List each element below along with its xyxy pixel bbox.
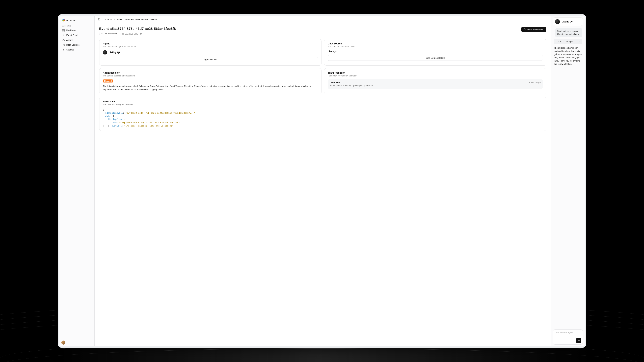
breadcrumb-parent[interactable]: Events: [105, 18, 112, 20]
team-feedback-card: Team feedback Feedback provided by the t…: [324, 68, 546, 94]
agent-avatar: [103, 50, 107, 54]
chat-agent-avatar: [555, 19, 560, 24]
card-title: Team feedback: [328, 72, 543, 74]
data-source-card: Data Source The data source for the even…: [324, 39, 546, 66]
chat-agent-message: The guidelines have been updated to refl…: [553, 46, 583, 66]
card-title: Agent decision: [103, 72, 318, 74]
card-title: Event data: [103, 100, 543, 103]
app-shell: Acme Inc Application Dashboard Event Fee…: [58, 14, 586, 348]
json-string: "b7f8e9d2-3c4a-4f8b-9a2b-1e2f3d4c5b6a-9k…: [126, 112, 195, 114]
mark-as-reviewed-button[interactable]: Mark as reviewed: [522, 27, 546, 32]
activity-icon: [62, 34, 65, 36]
feedback-author: John Doe: [330, 81, 340, 84]
chat-title: Listing QA: [562, 20, 574, 23]
card-title: Agent: [103, 42, 318, 45]
sidebar-item-label: Settings: [66, 48, 74, 51]
page-title: Event a5aa5734-876e-43d7-ac28-563c43fee5…: [99, 27, 176, 31]
agent-card: Agent The moderation agent for this even…: [99, 39, 322, 66]
svg-point-7: [62, 44, 63, 45]
card-subtitle: The data source for the event: [328, 46, 543, 48]
chevron-down-icon: [77, 19, 79, 21]
send-icon: [578, 339, 580, 342]
svg-point-6: [64, 40, 64, 40]
breadcrumb-current: a5aa5734-876e-43d7-ac28-563c43fee5f8: [117, 18, 157, 20]
pill-label: Fast processed: [104, 33, 117, 35]
data-source-name: Listings: [328, 50, 543, 53]
sidebar-item-dashboard[interactable]: Dashboard: [61, 28, 93, 33]
content: Event a5aa5734-876e-43d7-ac28-563c43fee5…: [94, 23, 551, 346]
zap-icon: [101, 33, 103, 35]
chat-user-message: Study guides are okay. Update your guide…: [555, 28, 582, 37]
send-button[interactable]: [576, 338, 581, 343]
card-subtitle: Feedback provided by the team: [328, 74, 543, 77]
share-icon: [62, 44, 65, 46]
svg-point-8: [64, 44, 64, 45]
json-key: data: [105, 115, 110, 117]
agent-details-button[interactable]: Agent Details: [103, 57, 318, 62]
card-title: Data Source: [328, 42, 543, 45]
sidebar-item-settings[interactable]: Settings: [61, 47, 93, 52]
svg-rect-2: [62, 30, 63, 31]
bot-icon: [62, 39, 65, 41]
card-subtitle: The data that the agent reviewed: [103, 103, 543, 106]
json-key: idempotencyKey: [105, 112, 123, 114]
svg-point-5: [63, 40, 64, 40]
svg-rect-1: [64, 29, 64, 30]
sidebar-item-label: Dashboard: [66, 29, 77, 32]
topbar: Events › a5aa5734-876e-43d7-ac28-563c43f…: [94, 16, 551, 23]
svg-rect-11: [98, 18, 100, 20]
svg-rect-0: [62, 29, 63, 30]
json-string: "Comprehensive Study Guide for Advanced …: [119, 122, 180, 124]
chat-panel: Listing QA Study guides are okay. Update…: [551, 16, 585, 346]
json-key: title: [110, 122, 117, 124]
sidebar-section-label: Application: [61, 22, 93, 28]
sidebar-item-label: Agents: [66, 39, 73, 41]
json-key: subtitle: [112, 124, 122, 127]
grid-icon: [62, 29, 65, 32]
page-header: Event a5aa5734-876e-43d7-ac28-563c43fee5…: [99, 27, 546, 36]
gear-icon: [62, 48, 65, 51]
card-subtitle: The agents decision and reasoning: [103, 74, 318, 77]
svg-rect-4: [62, 40, 64, 41]
button-label: Mark as reviewed: [527, 28, 544, 31]
org-switcher[interactable]: Acme Inc: [61, 18, 93, 22]
fast-processed-pill: Fast processed: [99, 32, 118, 36]
svg-rect-3: [64, 30, 64, 31]
sidebar-item-agents[interactable]: Agents: [61, 38, 93, 42]
feedback-item: John Doe 1 minute ago Study guides are o…: [328, 79, 543, 89]
panel-toggle-icon[interactable]: [98, 18, 100, 20]
card-subtitle: The moderation agent for this event: [103, 46, 318, 48]
sidebar-item-label: Data Sources: [66, 44, 80, 46]
decision-body: The listing is for a study guide, which …: [103, 84, 318, 91]
chat-input[interactable]: [555, 331, 581, 336]
chevron-down-icon: [578, 40, 580, 42]
chevron-right-icon: ›: [114, 18, 115, 20]
event-data-card: Event data The data that the agent revie…: [99, 97, 546, 130]
sidebar: Acme Inc Application Dashboard Event Fee…: [59, 16, 94, 346]
json-string: "Includes Practice Tests and Solutions": [124, 124, 174, 127]
event-json-viewer[interactable]: {⌄ idempotencyKey: "b7f8e9d2-3c4a-4f8b-9…: [103, 108, 543, 128]
accordion-label: Update Knowledge: [556, 40, 572, 43]
sidebar-item-data-sources[interactable]: Data Sources: [61, 42, 93, 47]
event-timestamp: Feb 20, 2025 8:40 PM: [120, 32, 142, 35]
sidebar-item-label: Event Feed: [66, 34, 78, 36]
sidebar-item-event-feed[interactable]: Event Feed: [61, 33, 93, 38]
app-window: Acme Inc Application Dashboard Event Fee…: [59, 16, 585, 346]
status-badge: Flagged: [103, 80, 113, 82]
user-avatar[interactable]: [62, 340, 66, 344]
org-name: Acme Inc: [66, 19, 76, 22]
update-knowledge-accordion[interactable]: Update Knowledge: [554, 39, 582, 44]
svg-point-10: [63, 50, 64, 50]
chat-header: Listing QA: [553, 18, 583, 26]
svg-point-9: [64, 45, 64, 46]
agent-decision-card: Agent decision The agents decision and r…: [99, 68, 322, 94]
chat-input-wrap: [553, 330, 583, 344]
svg-point-13: [524, 29, 526, 30]
json-key: listingInfo: [108, 118, 122, 120]
feedback-time: 1 minute ago: [529, 82, 540, 84]
circle-icon: [524, 28, 526, 30]
feedback-body: Study guides are okay. Update your guide…: [330, 84, 540, 87]
agent-name: Listing QA: [109, 51, 121, 54]
data-source-details-button[interactable]: Data Source Details: [328, 55, 543, 61]
org-logo-icon: [62, 19, 65, 22]
